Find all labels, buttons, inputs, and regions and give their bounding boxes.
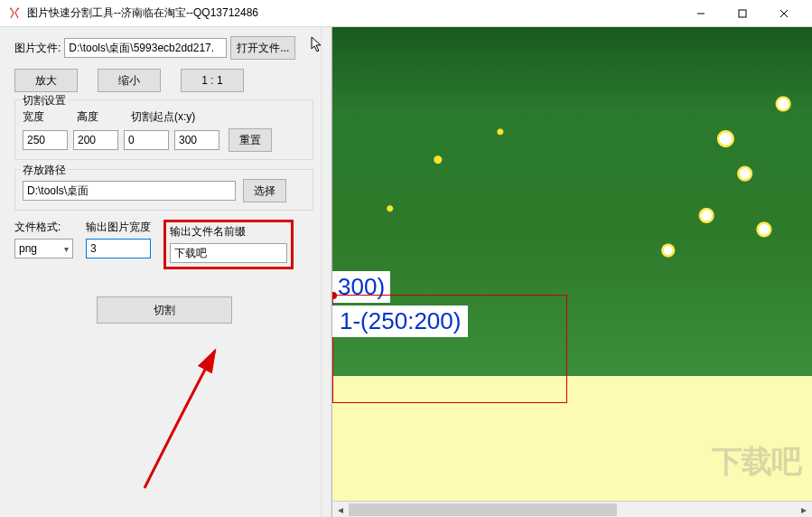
svg-point-0 bbox=[10, 7, 12, 9]
chevron-down-icon: ▾ bbox=[64, 244, 69, 254]
format-value: png bbox=[19, 242, 37, 255]
window-title: 图片快速分割工具--济南临在淘宝--QQ13712486 bbox=[27, 5, 680, 21]
zoom-11-button[interactable]: 1 : 1 bbox=[181, 69, 244, 92]
origin-x-input[interactable] bbox=[124, 130, 169, 150]
scroll-right-icon[interactable]: ▸ bbox=[796, 502, 812, 518]
save-path-legend: 存放路径 bbox=[21, 163, 68, 178]
format-label: 文件格式: bbox=[14, 220, 70, 235]
maximize-button[interactable] bbox=[722, 0, 763, 27]
out-width-input[interactable] bbox=[86, 239, 151, 258]
width-input[interactable] bbox=[23, 130, 68, 150]
cut-settings-group: 切割设置 宽度 高度 切割起点(x:y) 重置 bbox=[14, 99, 313, 160]
scroll-thumb[interactable] bbox=[349, 503, 617, 516]
out-prefix-label: 输出文件名前缀 bbox=[170, 224, 284, 240]
selection-handle[interactable] bbox=[332, 292, 337, 299]
cut-settings-legend: 切割设置 bbox=[21, 93, 68, 108]
svg-rect-3 bbox=[739, 10, 746, 17]
cursor-icon bbox=[311, 36, 325, 54]
format-select[interactable]: png ▾ bbox=[14, 239, 73, 258]
close-button[interactable] bbox=[763, 0, 805, 27]
save-path-input[interactable] bbox=[23, 181, 236, 201]
image-canvas[interactable]: 下载吧 300) 1-(250:200) bbox=[332, 27, 812, 501]
splitter[interactable] bbox=[321, 27, 331, 517]
horizontal-scrollbar[interactable]: ◂ ▸ bbox=[332, 501, 812, 517]
file-path-input[interactable] bbox=[64, 38, 227, 58]
reset-button[interactable]: 重置 bbox=[229, 128, 272, 152]
height-label: 高度 bbox=[77, 109, 127, 125]
app-icon bbox=[7, 6, 22, 21]
open-file-button[interactable]: 打开文件... bbox=[230, 36, 295, 60]
watermark: 下载吧 bbox=[712, 441, 801, 483]
svg-point-1 bbox=[17, 7, 19, 9]
origin-label: 切割起点(x:y) bbox=[131, 109, 195, 125]
image-viewer: 下载吧 300) 1-(250:200) ◂ ▸ bbox=[331, 27, 812, 517]
width-label: 宽度 bbox=[23, 109, 73, 125]
window-buttons bbox=[680, 0, 805, 27]
out-width-label: 输出图片宽度 bbox=[86, 220, 151, 235]
titlebar: 图片快速分割工具--济南临在淘宝--QQ13712486 bbox=[0, 0, 812, 27]
prefix-highlight: 输出文件名前缀 bbox=[163, 220, 294, 269]
file-label: 图片文件: bbox=[14, 41, 61, 56]
cut-button[interactable]: 切割 bbox=[97, 296, 232, 324]
zoom-out-button[interactable]: 缩小 bbox=[98, 69, 161, 92]
tile-overlay: 1-(250:200) bbox=[332, 306, 468, 337]
zoom-in-button[interactable]: 放大 bbox=[14, 69, 78, 92]
left-panel: 图片文件: 打开文件... 放大 缩小 1 : 1 切割设置 宽度 高度 切割起… bbox=[0, 27, 321, 517]
out-prefix-input[interactable] bbox=[170, 243, 287, 263]
minimize-button[interactable] bbox=[680, 0, 722, 27]
save-path-group: 存放路径 选择 bbox=[14, 169, 313, 211]
origin-y-input[interactable] bbox=[174, 130, 219, 150]
height-input[interactable] bbox=[73, 130, 118, 150]
choose-path-button[interactable]: 选择 bbox=[243, 179, 286, 202]
scroll-left-icon[interactable]: ◂ bbox=[332, 502, 349, 518]
